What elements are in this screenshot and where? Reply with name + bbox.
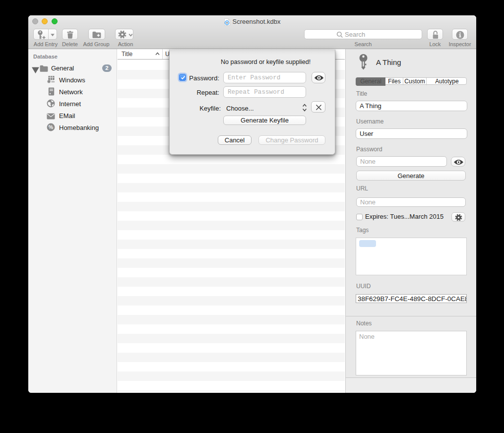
svg-text:%: %	[49, 124, 54, 130]
